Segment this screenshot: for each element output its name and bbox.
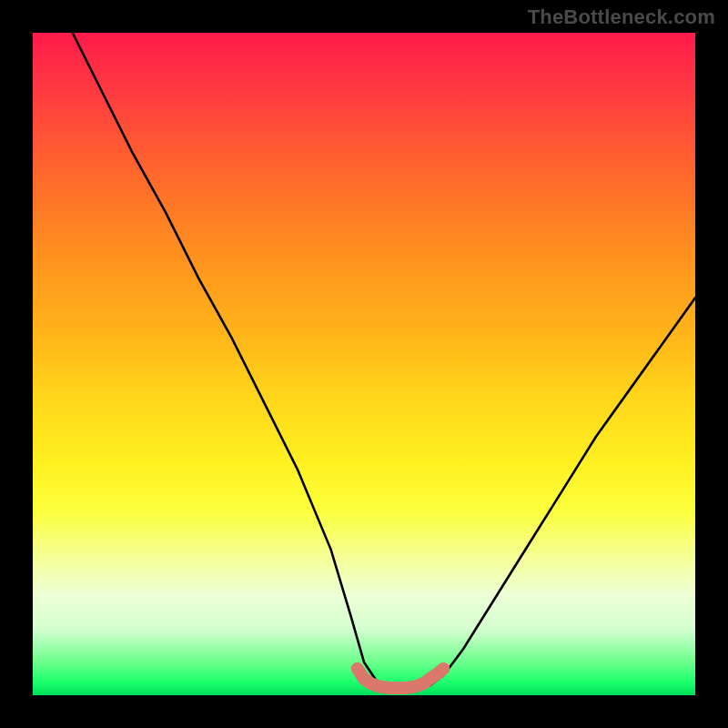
chart-frame: TheBottleneck.com — [0, 0, 728, 728]
curve-layer — [33, 33, 695, 695]
watermark-text: TheBottleneck.com — [528, 5, 715, 29]
bottleneck-curve — [73, 33, 695, 689]
plot-area — [33, 33, 695, 695]
